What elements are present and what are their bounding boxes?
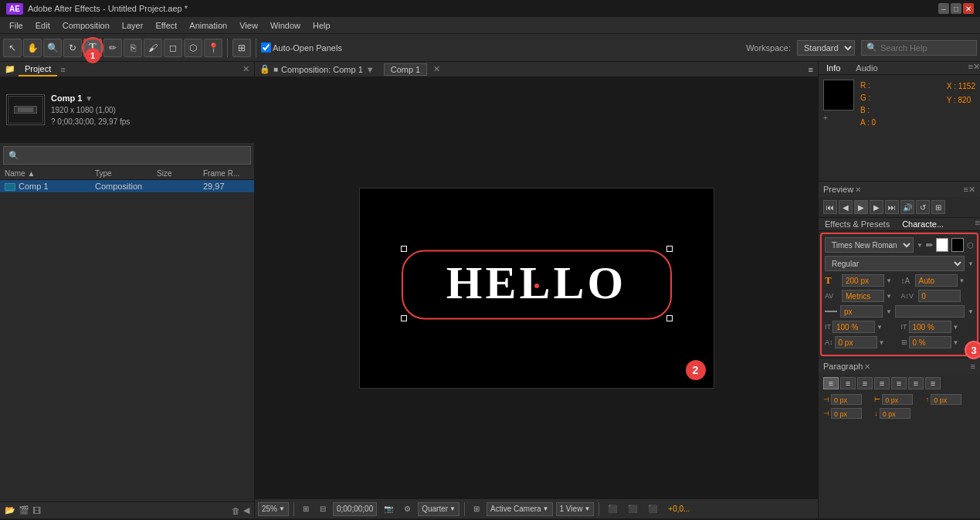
tool-align[interactable]: ⊞	[232, 39, 251, 57]
title-bar-controls[interactable]: – □ ✕	[938, 3, 974, 14]
project-close-icon[interactable]: ✕	[242, 64, 249, 74]
zoom-dropdown[interactable]: 25% ▼	[258, 502, 289, 516]
preview-loop[interactable]: ↺	[916, 200, 930, 214]
comp-tab[interactable]: Comp 1	[384, 63, 428, 76]
project-search-bar[interactable]: 🔍	[3, 146, 251, 165]
3d-icon[interactable]: ⬛	[624, 501, 641, 517]
space-before-value[interactable]: 0 px	[931, 394, 961, 405]
new-folder-icon[interactable]: 📂	[5, 505, 15, 515]
justify-all-button[interactable]: ≡	[925, 377, 941, 389]
snap-icon[interactable]: ⊞	[299, 501, 313, 517]
project-search-input[interactable]	[22, 151, 246, 160]
footage-icon[interactable]: 🎞	[32, 506, 41, 515]
view3d-icon[interactable]: ⬛	[644, 501, 661, 517]
workspace-select[interactable]: Standard	[797, 40, 855, 56]
comp-dropdown-icon[interactable]: ▼	[366, 65, 375, 74]
kerning-value[interactable]: 0	[918, 290, 961, 302]
first-indent-value[interactable]: 0 px	[831, 408, 862, 419]
indent-right-value[interactable]: 0 px	[882, 394, 913, 405]
preview-next-frame[interactable]: ▶	[870, 200, 883, 214]
v-scale-chevron-icon[interactable]: ▼	[953, 324, 959, 331]
tool-puppet[interactable]: 📍	[204, 39, 222, 57]
tool-hand[interactable]: ✋	[23, 39, 42, 57]
para-x-icon[interactable]: ✕	[864, 362, 870, 371]
options-icon[interactable]: ⚙	[400, 501, 415, 517]
grid-icon[interactable]: ⊟	[316, 501, 330, 517]
preview-tab[interactable]: Preview	[823, 185, 853, 194]
quality-dropdown[interactable]: Quarter ▼	[418, 502, 459, 516]
render-icon[interactable]: ⬛	[604, 501, 621, 517]
tool-stamp[interactable]: ⎘	[124, 39, 142, 57]
tool-roto[interactable]: ⬡	[184, 39, 202, 57]
search-input[interactable]	[880, 43, 973, 53]
pencil-icon[interactable]: ✏	[926, 240, 933, 250]
stroke-chevron-icon[interactable]: ▼	[886, 308, 892, 315]
baseline-value[interactable]: 0 px	[835, 336, 877, 348]
preview-x-icon[interactable]: ✕	[855, 185, 861, 194]
project-menu-icon[interactable]: ≡	[60, 65, 65, 74]
stroke-icon[interactable]: ⬡	[967, 241, 974, 250]
tsumi-value[interactable]: 0 %	[909, 336, 951, 348]
menu-effect[interactable]: Effect	[149, 19, 183, 32]
space-after-value[interactable]: 0 px	[880, 408, 910, 419]
preview-audio[interactable]: 🔊	[900, 200, 914, 214]
tool-rotate[interactable]: ↻	[63, 39, 82, 57]
composition-canvas[interactable]: HELLO 2	[255, 77, 818, 498]
menu-help[interactable]: Help	[307, 19, 337, 32]
stroke-select[interactable]	[895, 305, 965, 318]
audio-tab[interactable]: Audio	[848, 62, 885, 74]
tool-eraser[interactable]: ◻	[164, 39, 182, 57]
character-tab[interactable]: Characte...	[896, 218, 950, 230]
para-panel-menu[interactable]: ≡	[971, 362, 975, 371]
preview-first-frame[interactable]: ⏮	[823, 200, 837, 214]
justify-center-button[interactable]: ≡	[891, 377, 907, 389]
justify-right-button[interactable]: ≡	[908, 377, 924, 389]
font-size-value[interactable]: 200 px	[842, 274, 884, 287]
close-button[interactable]: ✕	[963, 3, 974, 14]
info-panel-close[interactable]: ✕	[973, 62, 980, 74]
preview-play[interactable]: ▶	[854, 200, 868, 214]
ec-panel-menu[interactable]: ≡	[975, 218, 980, 230]
tool-brush[interactable]: 🖌	[144, 39, 162, 57]
stroke-select-chevron-icon[interactable]: ▼	[968, 308, 974, 315]
minimize-button[interactable]: –	[938, 3, 949, 14]
comp-close-icon[interactable]: ✕	[433, 64, 440, 74]
time-display[interactable]: 0;00;00;00	[333, 502, 377, 516]
tool-zoom[interactable]: 🔍	[43, 39, 62, 57]
menu-composition[interactable]: Composition	[56, 19, 116, 32]
view-dropdown[interactable]: 1 View ▼	[556, 502, 595, 516]
font-select[interactable]: Times New Roman	[825, 237, 914, 253]
menu-edit[interactable]: Edit	[29, 19, 56, 32]
v-scale-value[interactable]: 100 %	[909, 321, 951, 333]
preview-ram[interactable]: ⊞	[931, 200, 945, 214]
justify-left-button[interactable]: ≡	[874, 377, 890, 389]
h-scale-value[interactable]: 100 %	[832, 321, 875, 333]
menu-view[interactable]: View	[233, 19, 264, 32]
menu-layer[interactable]: Layer	[116, 19, 150, 32]
text-color-swatch[interactable]	[936, 238, 948, 252]
tool-pen[interactable]: ✏	[103, 39, 122, 57]
size-chevron-icon[interactable]: ▼	[886, 277, 892, 284]
project-tab[interactable]: Project	[19, 63, 57, 76]
baseline-chevron-icon[interactable]: ▼	[879, 339, 885, 346]
style-select[interactable]: Regular	[825, 256, 965, 271]
camera-icon[interactable]: 📷	[380, 501, 397, 517]
menu-window[interactable]: Window	[264, 19, 307, 32]
maximize-button[interactable]: □	[951, 3, 961, 14]
preview-prev-frame[interactable]: ◀	[839, 200, 853, 214]
comp-panel-menu[interactable]: ≡	[809, 65, 813, 74]
tracking-chevron-icon[interactable]: ▼	[886, 293, 892, 300]
menu-file[interactable]: File	[3, 19, 29, 32]
preview-last-frame[interactable]: ⏭	[885, 200, 899, 214]
menu-animation[interactable]: Animation	[183, 19, 233, 32]
delete-icon[interactable]: 🗑	[232, 506, 240, 515]
transparency-icon[interactable]: ⊞	[470, 501, 483, 517]
camera-dropdown[interactable]: Active Camera ▼	[487, 502, 553, 516]
stroke-value[interactable]: px	[840, 305, 883, 318]
tracking-value[interactable]: Metrics	[842, 290, 884, 302]
info-tab[interactable]: Info	[819, 62, 848, 74]
table-row[interactable]: Comp 1 Composition 29,97	[0, 180, 254, 193]
arrow-icon[interactable]: ◀	[243, 505, 249, 515]
indent-left-value[interactable]: 0 px	[831, 394, 862, 405]
tool-selection[interactable]: ↖	[3, 39, 22, 57]
